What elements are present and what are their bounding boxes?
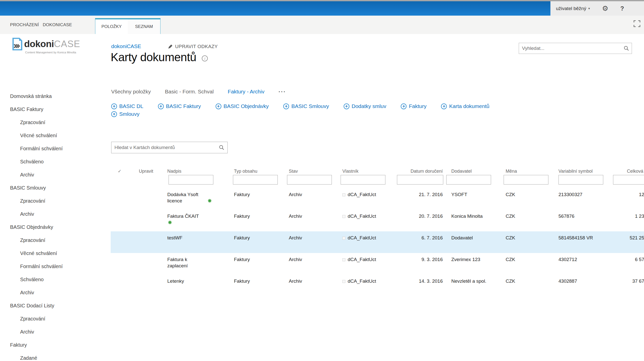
sidebar-item-form-ln-schv-len-[interactable]: Formální schválení — [10, 260, 106, 273]
filter-input-state[interactable] — [287, 175, 332, 185]
add-new-basic-smlouvy-link[interactable]: +BASIC Smlouvy — [283, 103, 329, 109]
cell-owner[interactable]: dCA_FaktUct — [339, 235, 396, 253]
cell-title[interactable]: Letenky — [166, 278, 228, 296]
list-search-input[interactable] — [114, 145, 219, 150]
filter-input-content_type[interactable] — [233, 175, 278, 185]
cell-owner[interactable]: dCA_FaktUct — [339, 256, 396, 275]
add-new-basic-objedn-vky-link[interactable]: +BASIC Objednávky — [216, 103, 269, 109]
add-new-basic-faktury-link[interactable]: +BASIC Faktury — [158, 103, 201, 109]
sidebar-item-basic-objedn-vky[interactable]: BASIC Objednávky — [10, 221, 106, 234]
cell-title[interactable]: Faktura ČKAIT — [166, 213, 228, 231]
tab-prochazeni[interactable]: PROCHÁZENÍ — [6, 16, 43, 34]
column-header-currency[interactable]: Měna — [502, 169, 556, 175]
cell-supplier: YSOFT — [444, 191, 502, 210]
sidebar-item-zpracov-n-[interactable]: Zpracování — [10, 312, 106, 325]
sidebar-item-form-ln-schv-len-[interactable]: Formální schválení — [10, 142, 106, 155]
sidebar-item-zpracov-n-[interactable]: Zpracování — [10, 234, 106, 247]
sidebar-item-zpracov-n-[interactable]: Zpracování — [10, 194, 106, 207]
column-header-state[interactable]: Stav — [285, 169, 339, 175]
add-new-faktury-link[interactable]: +Faktury — [401, 103, 426, 109]
table-row[interactable]: LetenkyFakturyArchivdCA_FaktUct14. 3. 20… — [111, 275, 644, 296]
item-title-link[interactable]: Letenky — [167, 278, 184, 284]
search-icon[interactable] — [624, 46, 629, 51]
filter-input-supplier[interactable] — [446, 175, 491, 185]
cell-supplier: Konica Minolta — [444, 213, 502, 231]
row-edit-cell[interactable] — [129, 191, 166, 210]
view-link[interactable]: Všechny položky — [111, 89, 151, 95]
table-row[interactable]: Faktura k zaplaceníFakturyArchivdCA_Fakt… — [111, 253, 644, 275]
cell-title[interactable]: Dodávka Ysoft licence — [166, 191, 228, 210]
search-icon[interactable] — [219, 145, 224, 150]
sidebar-item-v-cn-schv-len-[interactable]: Věcné schválení — [10, 129, 106, 142]
add-new-basic-dl-link[interactable]: +BASIC DL — [111, 103, 143, 109]
table-row[interactable]: Faktura ČKAITFakturyArchivdCA_FaktUct20.… — [111, 210, 644, 231]
row-select-cell[interactable] — [111, 256, 129, 275]
column-header-content_type[interactable]: Typ obsahu — [231, 169, 285, 175]
row-select-cell[interactable] — [111, 191, 129, 210]
column-header-select[interactable]: ✓ — [111, 168, 129, 175]
item-title-link[interactable]: Dodávka Ysoft licence — [167, 191, 207, 204]
sidebar-item-schv-leno[interactable]: Schváleno — [10, 273, 106, 286]
add-new-smlouvy-link[interactable]: +Smlouvy — [111, 111, 140, 117]
sidebar-item-archiv[interactable]: Archiv — [10, 168, 106, 181]
sidebar-item-schv-leno[interactable]: Schváleno — [10, 155, 106, 168]
row-edit-cell[interactable] — [129, 278, 166, 296]
filter-cell-content_type — [231, 175, 285, 185]
column-header-title[interactable]: Nadpis — [166, 169, 231, 175]
column-header-supplier[interactable]: Dodavatel — [444, 169, 502, 175]
sidebar-item-v-cn-schv-len-[interactable]: Věcné schválení — [10, 247, 106, 260]
sidebar-item-zpracov-n-[interactable]: Zpracování — [10, 116, 106, 129]
item-title-link[interactable]: Faktura ČKAIT — [167, 213, 199, 219]
filter-cell-date_received — [396, 175, 444, 185]
item-title-link[interactable]: testWF — [167, 235, 182, 241]
sidebar-item-basic-dodac-listy[interactable]: BASIC Dodací Listy — [10, 299, 106, 312]
column-header-edit[interactable]: Upravit — [129, 169, 166, 175]
cell-title[interactable]: Faktura k zaplacení — [166, 256, 228, 275]
view-link[interactable]: Basic - Form. Schval — [165, 89, 214, 95]
add-new-dodatky-smluv-link[interactable]: +Dodatky smluv — [344, 103, 386, 109]
list-search-box — [111, 142, 228, 153]
add-new-karta-dokument--link[interactable]: +Karta dokumentů — [441, 103, 489, 109]
sidebar-item-archiv[interactable]: Archiv — [10, 207, 106, 221]
cell-owner[interactable]: dCA_FaktUct — [339, 213, 396, 231]
dokonicase-logo[interactable]: dokoniCASE Content Management by Konica … — [12, 38, 95, 54]
cell-title[interactable]: testWF — [166, 235, 228, 253]
tab-dokonicase[interactable]: DOKONICASE — [38, 16, 76, 34]
filter-input-date_received[interactable] — [397, 175, 443, 185]
cell-owner[interactable]: dCA_FaktUct — [339, 278, 396, 296]
item-title-link[interactable]: Faktura k zaplacení — [167, 256, 207, 269]
row-edit-cell[interactable] — [129, 256, 166, 275]
row-select-cell[interactable] — [111, 235, 129, 253]
cell-currency: CZK — [502, 235, 556, 253]
cell-owner[interactable]: dCA_FaktUct — [339, 191, 396, 210]
site-search-input[interactable] — [522, 46, 624, 51]
table-row[interactable]: testWFFakturyArchivdCA_FaktUct6. 7. 2016… — [111, 231, 644, 253]
filter-input-variable_symbol[interactable] — [558, 175, 603, 185]
filter-input-total[interactable] — [613, 175, 644, 185]
sidebar-item-zadan-[interactable]: Zadané — [10, 351, 106, 361]
sidebar-item-basic-faktury[interactable]: BASIC Faktury — [10, 103, 106, 116]
row-select-cell[interactable] — [111, 213, 129, 231]
breadcrumb[interactable]: dokoniCASE — [111, 43, 141, 49]
view-more-ellipsis-icon[interactable]: ··· — [278, 89, 286, 95]
cell-total: 12 — [613, 191, 644, 210]
filter-input-title[interactable] — [169, 175, 213, 185]
column-header-variable_symbol[interactable]: Variabilní symbol — [556, 169, 613, 175]
view-current-link[interactable]: Faktury - Archiv — [228, 89, 264, 95]
edit-links-button[interactable]: UPRAVIT ODKAZY — [168, 44, 218, 49]
info-icon[interactable]: i — [202, 55, 208, 61]
sidebar-item-faktury[interactable]: Faktury — [10, 338, 106, 351]
sidebar-item-archiv[interactable]: Archiv — [10, 286, 106, 299]
sidebar-item-basic-smlouvy[interactable]: BASIC Smlouvy — [10, 181, 106, 194]
sidebar-item-domovsk-str-nka[interactable]: Domovská stránka — [10, 90, 106, 103]
row-select-cell[interactable] — [111, 278, 129, 296]
filter-input-owner[interactable] — [341, 175, 385, 185]
row-edit-cell[interactable] — [129, 213, 166, 231]
row-edit-cell[interactable] — [129, 235, 166, 253]
sidebar-item-archiv[interactable]: Archiv — [10, 325, 106, 338]
column-header-owner[interactable]: Vlastník — [339, 169, 396, 175]
column-header-total[interactable]: Celková — [613, 169, 644, 175]
column-header-date_received[interactable]: Datum doručení — [396, 169, 444, 175]
table-row[interactable]: Dodávka Ysoft licenceFakturyArchivdCA_Fa… — [111, 188, 644, 210]
filter-input-currency[interactable] — [504, 175, 548, 185]
